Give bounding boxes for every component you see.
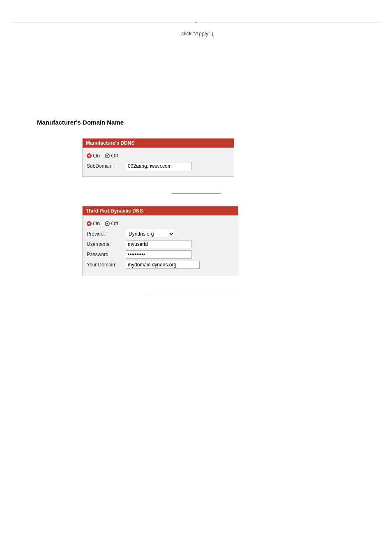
domain-row: Your Domain: [87,261,234,269]
section-title-manufacturers: Manufacturer's Domain Name [37,119,392,126]
manufacturers-ddns-panel: Manufacture's DDNS On Off SubDomain: [82,138,234,177]
third-party-off-label: Off [111,220,118,227]
subdomain-row: SubDomain: [87,162,230,170]
manufacturers-off-radio[interactable]: Off [105,153,118,159]
provider-select[interactable]: Dyndns.org No-IP [126,230,175,238]
third-party-dns-panel-header: Third Part Dynamic DNS [83,206,238,215]
third-party-off-radio[interactable]: Off [105,220,118,227]
third-party-on-radio[interactable]: On [87,220,100,227]
manufacturers-off-label: Off [111,153,118,159]
manufacturers-on-radio[interactable]: On [87,153,100,159]
provider-label: Provider: [87,231,126,237]
manufacturers-on-label: On [93,153,100,159]
bottom-divider [151,293,241,293]
subdomain-label: SubDomain: [87,163,126,169]
username-row: Username: [87,240,234,248]
third-party-dns-panel-body: On Off Provider: Dyndns.org No-IP Userna… [83,215,238,276]
password-input[interactable] [126,250,191,259]
third-party-on-radio-btn[interactable] [87,221,92,226]
domain-input[interactable] [126,261,200,269]
manufacturers-off-radio-btn[interactable] [105,153,110,158]
third-party-radio-row: On Off [87,220,234,227]
provider-row: Provider: Dyndns.org No-IP [87,230,234,238]
third-party-on-label: On [93,220,100,227]
domain-label: Your Domain: [87,262,126,268]
third-party-off-radio-btn[interactable] [105,221,110,226]
manufacturers-radio-row: On Off [87,153,230,159]
subdomain-input[interactable] [126,162,191,170]
top-divider [12,23,380,23]
third-party-dns-panel: Third Part Dynamic DNS On Off Provider: … [82,206,238,276]
mid-divider [171,193,221,194]
password-row: Password: [87,250,234,259]
instruction-text: , click "Apply" ( [0,30,392,37]
username-input[interactable] [126,240,191,248]
manufacturers-on-radio-btn[interactable] [87,153,92,158]
manufacturers-ddns-panel-body: On Off SubDomain: [83,148,234,176]
username-label: Username: [87,241,126,247]
password-label: Password: [87,252,126,257]
manufacturers-ddns-panel-header: Manufacture's DDNS [83,139,234,148]
